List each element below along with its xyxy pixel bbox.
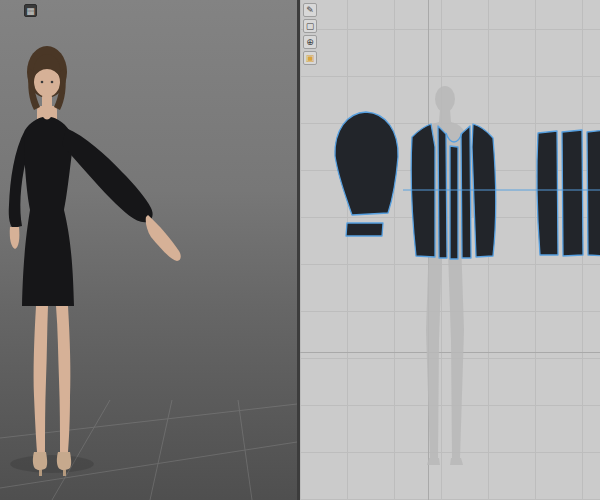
pattern-editor-2d[interactable]: ✎▢⊕▣: [300, 0, 600, 500]
garment-editor-app: ▦: [0, 0, 600, 500]
pattern-piece-front-center[interactable]: [450, 146, 458, 259]
edit-pen-tool[interactable]: ✎: [303, 3, 317, 17]
avatar-eye-right: [51, 81, 54, 84]
pattern-piece-back-right[interactable]: [587, 130, 600, 256]
avatar-leg-right: [56, 306, 70, 452]
pattern-piece-front-princess-right[interactable]: [461, 126, 471, 258]
viewport-3d-canvas[interactable]: [0, 0, 297, 500]
avatar-shoe-left: [33, 452, 47, 470]
pattern-pieces[interactable]: [335, 112, 600, 259]
snap-tool[interactable]: ⊕: [303, 35, 317, 49]
pattern-toolbar: ✎▢⊕▣: [303, 3, 317, 65]
avatar-hand-hanging: [10, 227, 20, 249]
viewport-3d[interactable]: ▦: [0, 0, 297, 500]
pattern-piece-front-princess-left[interactable]: [438, 126, 447, 258]
avatar-heel-right: [63, 470, 66, 476]
avatar-leg-left: [34, 306, 48, 452]
pattern-page-tool[interactable]: ▢: [303, 19, 317, 33]
avatar-3d[interactable]: [9, 46, 181, 476]
pattern-piece-sleeve-cuff[interactable]: [346, 223, 383, 236]
pattern-piece-back-center[interactable]: [562, 130, 583, 256]
pattern-piece-back-left[interactable]: [537, 131, 558, 255]
avatar-hand-extended: [146, 215, 181, 261]
avatar-heel-left: [39, 470, 42, 476]
swatch-tool[interactable]: ▣: [303, 51, 317, 65]
viewport-menu-icon[interactable]: ▦: [24, 4, 37, 17]
avatar-eye-left: [41, 81, 44, 84]
pattern-canvas[interactable]: [300, 0, 600, 500]
avatar-shadow: [10, 455, 94, 473]
pattern-piece-sleeve[interactable]: [335, 112, 398, 215]
avatar-shoe-right: [57, 452, 71, 470]
avatar-sleeve-extended: [62, 128, 153, 222]
